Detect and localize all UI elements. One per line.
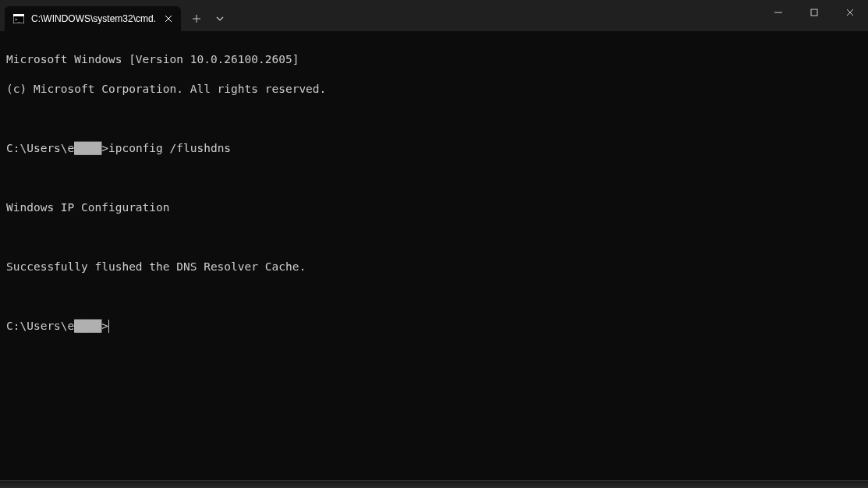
terminal-line <box>6 289 862 304</box>
terminal-line: Successfully flushed the DNS Resolver Ca… <box>6 260 862 274</box>
terminal-output[interactable]: Microsoft Windows [Version 10.0.26100.26… <box>0 31 868 480</box>
terminal-prompt-line: C:\Users\e████> <box>6 319 862 334</box>
terminal-line: (c) Microsoft Corporation. All rights re… <box>6 82 862 97</box>
prompt-suffix: > <box>101 320 108 332</box>
terminal-line <box>6 171 862 186</box>
terminal-line <box>6 111 862 126</box>
tab-cmd[interactable]: >_ C:\WINDOWS\system32\cmd. <box>5 6 181 31</box>
cmd-icon: >_ <box>12 12 25 25</box>
minimize-button[interactable] <box>760 0 796 25</box>
prompt-prefix: C:\Users\e <box>6 142 74 154</box>
terminal-line: Microsoft Windows [Version 10.0.26100.26… <box>6 52 862 67</box>
terminal-line: Windows IP Configuration <box>6 200 862 215</box>
tab-title: C:\WINDOWS\system32\cmd. <box>31 13 156 24</box>
tab-close-button[interactable] <box>162 12 175 25</box>
svg-rect-8 <box>811 9 817 16</box>
cursor <box>108 320 109 333</box>
prompt-command: >ipconfig /flushdns <box>101 142 231 154</box>
terminal-line <box>6 230 862 245</box>
terminal-prompt-line: C:\Users\e████>ipconfig /flushdns <box>6 141 862 156</box>
maximize-button[interactable] <box>796 0 832 25</box>
titlebar: >_ C:\WINDOWS\system32\cmd. <box>0 0 868 31</box>
tabs-region: >_ C:\WINDOWS\system32\cmd. <box>0 0 231 31</box>
redacted-text: ████ <box>74 142 101 154</box>
taskbar-edge <box>0 480 868 488</box>
new-tab-button[interactable] <box>184 6 209 31</box>
window-controls <box>760 0 868 25</box>
svg-text:>_: >_ <box>15 16 21 23</box>
close-window-button[interactable] <box>832 0 868 25</box>
tab-dropdown-button[interactable] <box>209 6 231 31</box>
prompt-prefix: C:\Users\e <box>6 320 74 332</box>
redacted-text: ████ <box>74 320 101 332</box>
